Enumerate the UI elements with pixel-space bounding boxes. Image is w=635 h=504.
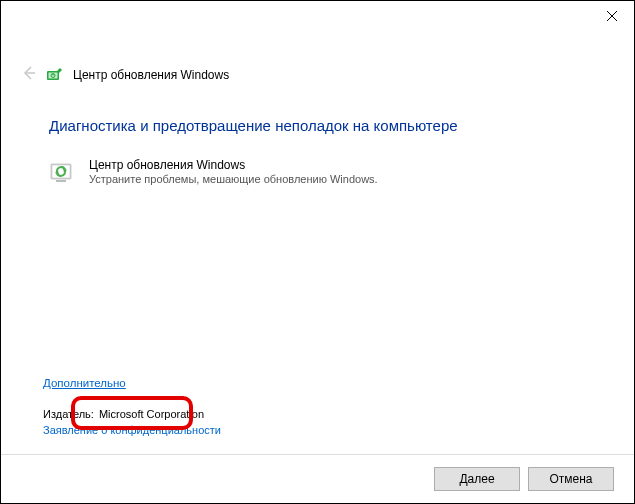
privacy-statement-link[interactable]: Заявление о конфиденциальности <box>43 424 221 436</box>
content-area: Диагностика и предотвращение неполадок н… <box>1 87 634 454</box>
nav-row: Центр обновления Windows <box>1 63 634 87</box>
troubleshooter-window: Центр обновления Windows Диагностика и п… <box>1 1 634 503</box>
publisher-row: Издатель: Microsoft Corporation <box>43 408 221 420</box>
publisher-value: Microsoft Corporation <box>99 408 204 420</box>
back-arrow-icon <box>21 65 37 81</box>
bottom-links-block: Дополнительно Издатель: Microsoft Corpor… <box>43 376 221 436</box>
item-title: Центр обновления Windows <box>89 158 378 172</box>
windows-update-icon <box>49 158 77 186</box>
svg-rect-8 <box>56 180 66 182</box>
titlebar <box>1 1 634 37</box>
close-button[interactable] <box>589 1 634 31</box>
nav-title: Центр обновления Windows <box>73 68 229 82</box>
troubleshooter-item: Центр обновления Windows Устраните пробл… <box>49 158 594 186</box>
cancel-button[interactable]: Отмена <box>528 467 614 491</box>
advanced-link[interactable]: Дополнительно <box>43 377 126 389</box>
publisher-label: Издатель: <box>43 408 94 420</box>
button-bar: Далее Отмена <box>1 454 634 503</box>
item-text-block: Центр обновления Windows Устраните пробл… <box>89 158 378 186</box>
item-description: Устраните проблемы, мешающие обновлению … <box>89 173 378 185</box>
page-heading: Диагностика и предотвращение неполадок н… <box>49 117 594 134</box>
close-icon <box>607 11 617 21</box>
troubleshoot-icon <box>47 67 63 83</box>
next-button[interactable]: Далее <box>434 467 520 491</box>
back-button[interactable] <box>19 63 39 83</box>
